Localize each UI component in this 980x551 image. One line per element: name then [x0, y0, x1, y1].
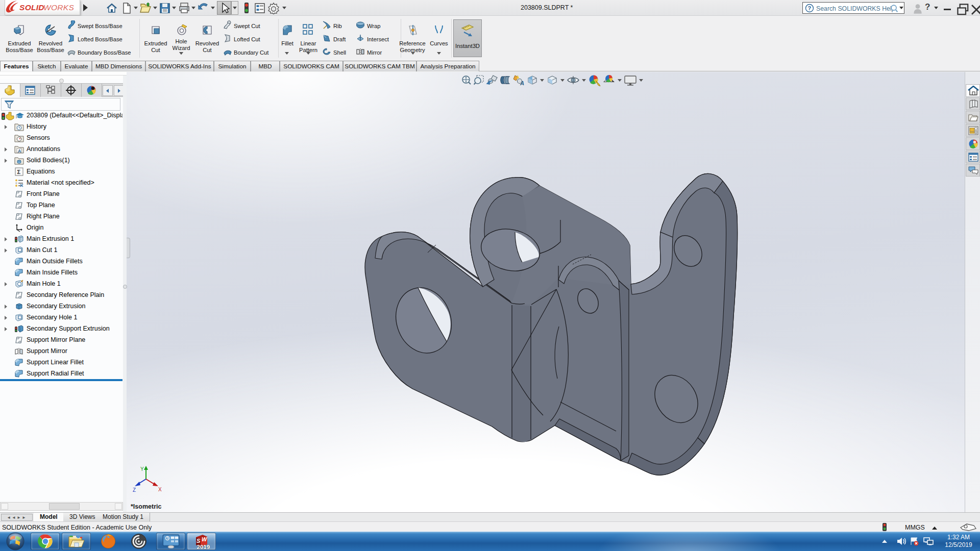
svg-text:W: W [202, 536, 208, 542]
svg-text:SOLID: SOLID [19, 3, 44, 12]
svg-text:S: S [197, 538, 201, 544]
svg-text:WORKS: WORKS [43, 3, 74, 12]
svg-text:?: ? [808, 5, 812, 11]
svg-text:X: X [158, 487, 162, 492]
svg-text:Σ: Σ [17, 169, 21, 175]
svg-text:Z: Z [133, 487, 136, 493]
svg-text:A: A [18, 148, 21, 154]
svg-text:Y: Y [140, 466, 144, 472]
svg-text:2019: 2019 [197, 544, 210, 549]
